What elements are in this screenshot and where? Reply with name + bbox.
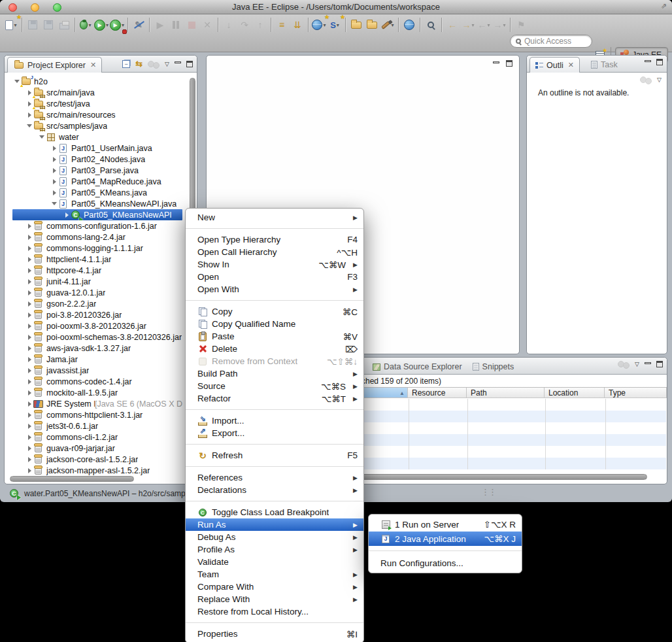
- menu-item-validate[interactable]: Validate: [186, 556, 363, 568]
- menu-item-declarations[interactable]: Declarations▶: [186, 484, 363, 496]
- new-web-service-button[interactable]: S★▾: [327, 17, 343, 33]
- tree-item-h2o[interactable]: Jh2o: [5, 76, 182, 87]
- menu-item-paste[interactable]: Paste⌘V: [186, 330, 363, 343]
- menu-item-build-path[interactable]: Build Path▶: [186, 367, 363, 380]
- mark-occurrences-button[interactable]: ✎: [131, 17, 146, 33]
- search-button[interactable]: [423, 17, 439, 33]
- menu-item-source[interactable]: Source⌥⌘S▶: [186, 380, 363, 392]
- tree-item-httpcore-4-1-jar[interactable]: httpcore-4.1.jar: [5, 265, 182, 276]
- menu-item-show-in[interactable]: Show In⌥⌘W▶: [186, 258, 363, 271]
- dropdown-arrow-icon[interactable]: ▾: [337, 22, 339, 28]
- tree-item-commons-lang-2-4-jar[interactable]: commons-lang-2.4.jar: [5, 231, 182, 243]
- menu-item-remove-from-context[interactable]: Remove from Context⌥⇧⌘↓: [186, 355, 363, 367]
- tree-item-src-samples-java[interactable]: src/samples/java: [5, 120, 182, 131]
- menu-item-refactor[interactable]: Refactor⌥⌘T▶: [186, 392, 363, 405]
- menu-item-replace-with[interactable]: Replace With▶: [186, 593, 363, 605]
- expanded-arrow-icon[interactable]: [51, 202, 58, 205]
- tree-item-part01-usermain-java[interactable]: JPart01_UserMain.java: [5, 143, 182, 154]
- scrollbar-thumb[interactable]: [10, 476, 134, 482]
- collapsed-arrow-icon[interactable]: [26, 468, 33, 473]
- view-menu-icon[interactable]: ▽: [635, 361, 639, 367]
- tree-item-src-main-resources[interactable]: src/main/resources: [5, 109, 182, 120]
- tree-item-src-test-java[interactable]: src/test/java: [5, 98, 182, 109]
- collapsed-arrow-icon[interactable]: [26, 413, 33, 418]
- menu-item-profile-as[interactable]: Profile As▶: [186, 543, 363, 556]
- maximize-view-icon[interactable]: [186, 61, 193, 67]
- close-icon[interactable]: ✕: [568, 61, 574, 69]
- quick-access-input[interactable]: [524, 37, 583, 46]
- collapsed-arrow-icon[interactable]: [26, 235, 33, 240]
- menu-item-open[interactable]: OpenF3: [186, 271, 363, 283]
- collapsed-arrow-icon[interactable]: [26, 257, 33, 262]
- menu-item-debug-as[interactable]: Debug As▶: [186, 531, 363, 543]
- tree-item-gson-2-2-2-jar[interactable]: gson-2.2.2.jar: [5, 298, 182, 309]
- column-header-location[interactable]: Location: [545, 388, 605, 397]
- maximize-view-icon[interactable]: [656, 361, 663, 367]
- tree-item-part03-parse-java[interactable]: JPart03_Parse.java: [5, 165, 182, 176]
- new-dynamic-web-project-button[interactable]: ★▾: [311, 17, 327, 33]
- tree-item-poi-3-8-20120326-jar[interactable]: poi-3.8-20120326.jar: [5, 309, 182, 320]
- tree-item-jackson-core-asl-1-5-2-jar[interactable]: jackson-core-asl-1.5.2.jar: [5, 454, 182, 465]
- menu-item-toggle-class-load-breakpoint[interactable]: CToggle Class Load Breakpoint: [186, 506, 363, 518]
- collapse-all-icon[interactable]: −: [122, 60, 130, 68]
- menu-item-open-call-hierarchy[interactable]: Open Call Hierarchy^⌥H: [186, 246, 363, 258]
- tree-item-part02-4nodes-java[interactable]: JPart02_4Nodes.java: [5, 154, 182, 165]
- collapsed-arrow-icon[interactable]: [63, 212, 70, 218]
- dropdown-arrow-icon[interactable]: ▾: [106, 22, 109, 28]
- collapsed-arrow-icon[interactable]: [26, 457, 33, 462]
- collapsed-arrow-icon[interactable]: [26, 324, 33, 329]
- tab-snippets[interactable]: Snippets: [467, 359, 520, 375]
- dropdown-arrow-icon[interactable]: ▾: [14, 22, 16, 28]
- collapse-all-debug-button[interactable]: ⇊: [290, 17, 305, 33]
- tree-item-jets3t-0-6-1-jar[interactable]: jets3t-0.6.1.jar: [5, 420, 182, 431]
- tree-item-water[interactable]: water: [5, 131, 182, 143]
- maximize-view-icon[interactable]: [506, 60, 512, 67]
- menu-item-compare-with[interactable]: Compare With▶: [186, 581, 363, 593]
- tab-task[interactable]: Task: [586, 57, 623, 73]
- collapsed-arrow-icon[interactable]: [26, 90, 33, 95]
- menu-item-run-as[interactable]: Run As▶: [186, 518, 363, 531]
- import-project-button[interactable]: [348, 17, 364, 33]
- collapsed-arrow-icon[interactable]: [26, 424, 33, 429]
- collapsed-arrow-icon[interactable]: [26, 435, 33, 440]
- use-step-filters-button[interactable]: ≡: [274, 17, 290, 33]
- collapsed-arrow-icon[interactable]: [26, 268, 33, 273]
- menu-item-copy[interactable]: Copy⌘C: [186, 305, 363, 318]
- tree-item-aws-java-sdk-1-3-27-jar[interactable]: aws-java-sdk-1.3.27.jar: [5, 343, 182, 354]
- tree-item-jama-jar[interactable]: Jama.jar: [5, 354, 182, 365]
- new-wizard-button[interactable]: ★▾: [3, 17, 19, 33]
- horizontal-scrollbar[interactable]: [8, 476, 184, 482]
- tree-item-javassist-jar[interactable]: javassist.jar: [5, 365, 182, 376]
- tree-item-part05-kmeansnewapi-java[interactable]: JPart05_KMeansNewAPI.java: [5, 198, 182, 209]
- column-header-path[interactable]: Path: [467, 388, 545, 397]
- sash-handle[interactable]: ⋮⋮: [481, 487, 496, 497]
- maximize-view-icon[interactable]: [656, 59, 663, 65]
- menu-item-import[interactable]: ⇘Import...: [186, 414, 363, 427]
- menu-item-team[interactable]: Team▶: [186, 568, 363, 581]
- web-browser-button[interactable]: [401, 17, 417, 33]
- collapsed-arrow-icon[interactable]: [26, 379, 33, 384]
- collapsed-arrow-icon[interactable]: [51, 179, 58, 184]
- menu-item-refresh[interactable]: ↻RefreshF5: [186, 449, 363, 462]
- debug-button[interactable]: ▾: [78, 17, 93, 33]
- collapsed-arrow-icon[interactable]: [26, 112, 33, 118]
- menu-item-restore-from-local-history[interactable]: Restore from Local History...: [186, 605, 363, 618]
- collapsed-arrow-icon[interactable]: [26, 246, 33, 251]
- tree-item-jre-system-library[interactable]: JRE System Library [Java SE 6 (MacOS X D: [5, 398, 182, 409]
- collapsed-arrow-icon[interactable]: [51, 168, 58, 173]
- collapsed-arrow-icon[interactable]: [26, 301, 33, 307]
- dropdown-arrow-icon[interactable]: ▾: [122, 22, 124, 28]
- column-header-type[interactable]: Type: [605, 388, 667, 397]
- menu-item-new[interactable]: New▶: [186, 211, 363, 224]
- tree-item-mockito-all-1-9-5-jar[interactable]: mockito-all-1.9.5.jar: [5, 387, 182, 398]
- collapsed-arrow-icon[interactable]: [26, 224, 33, 229]
- column-header-resource[interactable]: Resource: [408, 388, 467, 397]
- menu-item-references[interactable]: References▶: [186, 471, 363, 484]
- minimize-view-icon[interactable]: [175, 61, 181, 63]
- tree-item-poi-ooxml-schemas-3-8-20120326-jar[interactable]: poi-ooxml-schemas-3.8-20120326.jar: [5, 331, 182, 343]
- expanded-arrow-icon[interactable]: [26, 124, 33, 127]
- title-bar[interactable]: Java EE - Eclipse - /Users/tomk/Document…: [0, 0, 672, 14]
- tree-item-poi-ooxml-3-8-20120326-jar[interactable]: poi-ooxml-3.8-20120326.jar: [5, 320, 182, 331]
- tree-item-part05-kmeansnewapi[interactable]: CPart05_KMeansNewAPI: [12, 209, 182, 220]
- tree-item-src-main-java[interactable]: src/main/java: [5, 87, 182, 98]
